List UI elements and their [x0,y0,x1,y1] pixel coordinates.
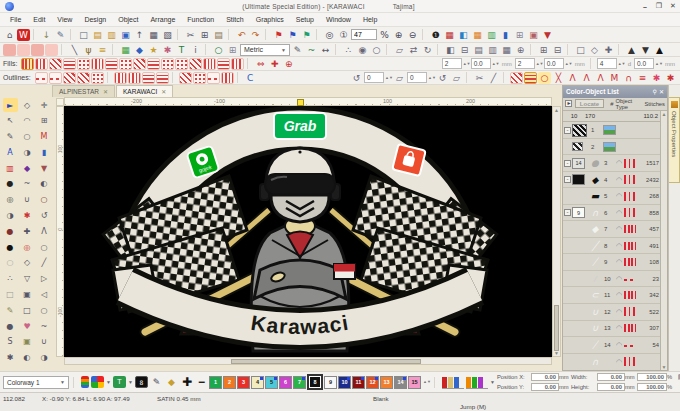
deform-tool[interactable]: ◇ [20,98,35,112]
home-icon[interactable]: ⌂ [3,29,16,41]
insert-symbol-tool[interactable]: ✛ [37,98,52,112]
thread-colors-icon[interactable]: ▦ [443,29,456,41]
object-row-14[interactable]: ╱ 14 ◠ 54 [563,337,667,354]
order-front-icon[interactable]: ▲ [653,44,666,56]
align-left-icon[interactable]: ▤ [472,44,485,56]
smooth-spinner[interactable]: ▲▼ [385,72,392,83]
height-input[interactable]: 0.00 [597,383,625,391]
tab-close-icon[interactable]: ✕ [161,88,166,95]
spool-tool[interactable]: ▮ [37,145,52,159]
effect-crosshatch-icon[interactable] [510,72,523,84]
pen-b-tool[interactable]: ✎ [3,303,18,317]
square-b-tool[interactable]: ▣ [20,288,35,302]
order-forward-icon[interactable]: ▼ [639,44,652,56]
effect-flower-b-icon[interactable]: ✱ [664,72,677,84]
thread-swatch-7[interactable]: 7 [293,376,306,389]
export-machine-file-icon[interactable]: ↑ [133,29,146,41]
remove-color-icon[interactable]: − [198,375,205,389]
design-properties-icon[interactable]: ❶ [429,29,442,41]
color-film-icon[interactable] [81,376,89,388]
panel-close-icon[interactable]: ✕ [659,88,664,95]
arrow-tool[interactable]: ▷ [37,272,52,286]
measure-icon[interactable]: ↔ [319,44,332,56]
outline-motif-icon[interactable] [91,72,104,84]
density-input[interactable]: 0.0 [634,58,654,69]
fill-buttonhole-icon[interactable] [231,58,244,70]
thread-swatch-2[interactable]: 2 [223,376,236,389]
expander-icon[interactable]: - [564,176,571,183]
small-dot-tool[interactable]: ● [3,319,18,333]
collapse-all-icon[interactable]: ▸ [565,100,572,107]
fill-wave-icon[interactable] [217,58,230,70]
curve-b-tool[interactable]: ∪ [20,193,35,207]
tab-close-icon[interactable]: ✕ [103,88,108,95]
paste-icon[interactable]: ▤ [212,29,225,41]
thread-swatch-15[interactable]: 15 [408,376,421,389]
design-canvas[interactable]: Karawaci Grab gojek [64,106,552,357]
hoop-b-tool[interactable]: ▣ [20,335,35,349]
align-center-icon[interactable]: ▥ [486,44,499,56]
open-design-icon[interactable]: ▤ [91,29,104,41]
menu-view[interactable]: View [51,14,78,25]
grid-snap-icon[interactable]: ⊞ [226,44,239,56]
open-recent-icon[interactable]: ▥ [105,29,118,41]
curve-a-tool[interactable]: ~ [20,177,35,191]
fill-satin-raised-icon[interactable] [35,58,48,70]
effect-lines-icon[interactable]: ≡ [636,72,649,84]
ellipse-tool[interactable]: ○ [20,130,35,144]
tab-alpinestar[interactable]: ALPINESTAR✕ [52,85,115,97]
fill-crosshatch-icon[interactable] [203,58,216,70]
swirl-tool[interactable]: ↺ [37,209,52,223]
menu-stitch[interactable]: Stitch [220,14,250,25]
scale-y-input[interactable]: 100.00 [637,383,667,391]
motif-tool[interactable]: ✚ [20,224,35,238]
effect-zig-icon[interactable]: M [608,72,621,84]
menu-window[interactable]: Window [320,14,357,25]
group-icon[interactable]: ⊞ [537,44,550,56]
zoom-out-icon[interactable]: ⊖ [406,29,419,41]
buttonhole-tool[interactable]: ▼ [37,161,52,175]
redo-icon[interactable]: ↷ [249,29,262,41]
effect-branch-a-icon[interactable]: Λ [566,72,579,84]
stitch-count-spinner[interactable]: ▲▼ [536,58,543,69]
applique-tool[interactable]: ◐ [37,177,52,191]
dot-a-tool[interactable]: ● [3,177,18,191]
embroidery-design[interactable]: Karawaci Grab gojek [64,106,552,357]
colorbar-tool[interactable]: ▥ [3,161,18,175]
zoom-percent-icon[interactable]: % [378,29,391,41]
fill-lacework-icon[interactable] [119,58,132,70]
arc-tool[interactable]: ◠ [20,114,35,128]
color-film-icon[interactable]: ▥ [485,29,498,41]
expander-icon[interactable]: - [564,209,571,216]
ungroup-icon[interactable]: ⊟ [551,44,564,56]
object-row-3[interactable]: - 14 ● 3 ◠ 1517 [563,155,667,172]
menu-setup[interactable]: Setup [290,14,320,25]
outline-wave-icon[interactable] [142,72,155,84]
outline-satin-raised-icon[interactable] [128,72,141,84]
auto-digitizer-icon[interactable]: ✎ [54,29,67,41]
polygon-select-icon[interactable]: ◇ [588,44,601,56]
thread-swatch-9[interactable]: 9 [324,376,337,389]
expander-icon[interactable]: - [564,160,571,167]
menu-edit[interactable]: Edit [27,14,51,25]
print-preview-icon[interactable]: ▧ [161,29,174,41]
copy-icon[interactable]: ⊞ [198,29,211,41]
fill-tatami-icon[interactable] [63,58,76,70]
c2-tool[interactable]: ◐ [20,351,35,365]
object-row-11[interactable]: ⊂ 11 ◠ 342 [563,287,667,304]
thread-swatch-8[interactable]: 8 [307,374,323,390]
vertical-scrollbar[interactable]: ▲ ▼ [552,106,561,357]
outline-triple-run-icon[interactable] [49,72,62,84]
thread-swatch-3[interactable]: 3 [237,376,250,389]
align-right-icon[interactable]: ▦ [500,44,513,56]
fill-contour-icon[interactable] [147,58,160,70]
monogram-tool[interactable]: ◑ [20,145,35,159]
object-row-5[interactable]: ▬ 5 ◠ 268 [563,188,667,205]
object-row-4[interactable]: - ◆ 4 ◠ 2432 [563,172,667,189]
center-design-icon[interactable]: ⊕ [514,44,527,56]
zoom-tool-icon[interactable]: ◎ [323,29,336,41]
object-row-1[interactable]: - 1 [563,122,667,139]
zoom-in-icon[interactable]: ⊕ [392,29,405,41]
scale-x-input[interactable]: 100.00 [637,373,667,381]
half-tool[interactable]: ◑ [3,209,18,223]
